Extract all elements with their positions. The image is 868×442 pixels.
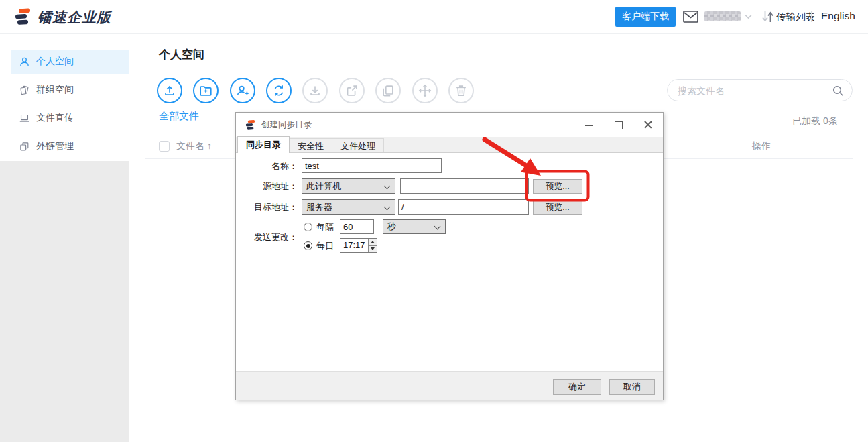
target-select-value: 服务器: [306, 201, 332, 213]
copy-icon: [381, 83, 395, 98]
daily-radio[interactable]: [304, 241, 312, 250]
person-icon: [19, 56, 30, 68]
sync-icon: [271, 83, 286, 98]
spinner-buttons: [368, 239, 377, 252]
transfer-list-link[interactable]: 传输列表: [776, 11, 815, 23]
sidebar-item-external-links[interactable]: 外链管理: [11, 134, 129, 158]
header-divider: [811, 11, 812, 22]
breadcrumb-all-files[interactable]: 全部文件: [159, 110, 199, 123]
interval-unit-value: 秒: [387, 221, 396, 233]
sync-button[interactable]: [266, 78, 292, 103]
download-icon: [308, 83, 322, 98]
chevron-down-icon: [384, 204, 391, 211]
ok-button[interactable]: 确定: [553, 379, 601, 395]
close-icon[interactable]: [636, 113, 660, 137]
dialog-tabstrip: 同步目录 安全性 文件处理: [236, 137, 663, 153]
target-path-field[interactable]: [398, 199, 529, 215]
transfer-arrows-icon[interactable]: [762, 9, 773, 24]
download-button: [302, 78, 328, 103]
sidebar-item-personal-space[interactable]: 个人空间: [11, 50, 129, 74]
daily-radio-label: 每日: [316, 241, 334, 251]
sidebar: 个人空间 群组空间 文件直传 外链管理: [0, 34, 129, 442]
sidebar-item-label: 群组空间: [36, 84, 74, 96]
language-switch[interactable]: English: [821, 10, 855, 22]
name-label: 名称：: [239, 161, 298, 171]
source-select[interactable]: 此计算机: [302, 178, 395, 194]
loaded-status: 已加载 0条: [792, 115, 838, 127]
daily-time-spinner[interactable]: 17:17: [340, 238, 377, 253]
search-icon[interactable]: [832, 85, 844, 97]
invite-user-button[interactable]: [230, 78, 255, 103]
chevron-down-icon: [384, 183, 391, 190]
name-field[interactable]: [302, 158, 442, 173]
person-plus-icon: [235, 83, 250, 98]
minimize-icon[interactable]: [577, 113, 601, 137]
move-button: [412, 78, 438, 103]
tab-security[interactable]: 安全性: [289, 138, 332, 152]
cancel-button[interactable]: 取消: [609, 379, 655, 395]
column-header-actions: 操作: [752, 140, 771, 152]
source-path-field[interactable]: [400, 178, 529, 194]
laptop-icon: [19, 113, 30, 124]
sidebar-item-group-space[interactable]: 群组空间: [11, 78, 129, 102]
sidebar-item-direct-transfer[interactable]: 文件直传: [11, 106, 129, 130]
external-link-manage-icon: [19, 141, 30, 152]
target-label: 目标地址：: [239, 202, 298, 212]
interval-radio[interactable]: [304, 223, 312, 231]
dialog-title: 创建同步目录: [261, 113, 312, 137]
sidebar-item-label: 文件直传: [36, 112, 74, 124]
column-header-filename[interactable]: 文件名 ↑: [176, 140, 212, 152]
new-folder-icon: [198, 83, 213, 98]
trash-icon: [454, 83, 469, 98]
target-preview-button[interactable]: 预览...: [533, 200, 582, 215]
raysync-logo-icon-small: [245, 119, 256, 131]
top-bar: 镭速企业版 客户端下载 传输列表 English: [0, 0, 868, 34]
tab-sync-directory[interactable]: 同步目录: [237, 136, 290, 153]
mail-icon[interactable]: [683, 11, 698, 23]
interval-value-field[interactable]: [340, 219, 374, 234]
app-root: 镭速企业版 客户端下载 传输列表 English 个人空间: [0, 0, 868, 442]
source-preview-button[interactable]: 预览...: [533, 179, 582, 194]
raysync-logo-icon: [13, 7, 32, 26]
tab-file-processing[interactable]: 文件处理: [332, 138, 384, 152]
copy-button: [375, 78, 401, 103]
spinner-down-icon[interactable]: [369, 246, 377, 253]
delete-button: [448, 78, 474, 103]
spinner-up-icon[interactable]: [369, 239, 377, 246]
sidebar-item-label: 个人空间: [36, 56, 74, 68]
daily-time-value: 17:17: [343, 239, 365, 252]
target-select[interactable]: 服务器: [302, 199, 395, 215]
new-folder-button[interactable]: [193, 78, 219, 103]
send-changes-label: 发送更改：: [239, 232, 298, 242]
maximize-icon[interactable]: [606, 113, 630, 137]
group-space-icon: [19, 85, 30, 96]
interval-radio-label: 每隔: [316, 222, 334, 232]
user-name-blurred[interactable]: [704, 11, 741, 21]
interval-unit-select[interactable]: 秒: [383, 219, 446, 234]
upload-button[interactable]: [157, 78, 182, 103]
move-icon: [418, 83, 432, 98]
logo-text: 镭速企业版: [38, 8, 111, 27]
client-download-button[interactable]: 客户端下载: [615, 7, 676, 27]
select-all-checkbox[interactable]: [159, 141, 170, 152]
chevron-down-icon: [434, 223, 441, 230]
sidebar-background: [0, 161, 129, 442]
upload-icon: [162, 83, 177, 98]
page-title: 个人空间: [159, 47, 204, 62]
external-link-icon: [345, 83, 359, 98]
dialog-titlebar[interactable]: 创建同步目录: [236, 113, 663, 137]
source-select-value: 此计算机: [306, 180, 341, 192]
chevron-down-icon[interactable]: [745, 14, 752, 19]
search-box: [667, 79, 853, 101]
share-link-button: [339, 78, 365, 103]
source-label: 源地址：: [239, 181, 298, 191]
search-input[interactable]: [678, 80, 825, 100]
create-sync-directory-dialog: 创建同步目录 同步目录 安全性 文件处理 名称： 源地址： 此计算机 预览...…: [235, 112, 664, 400]
sidebar-item-label: 外链管理: [36, 140, 74, 152]
